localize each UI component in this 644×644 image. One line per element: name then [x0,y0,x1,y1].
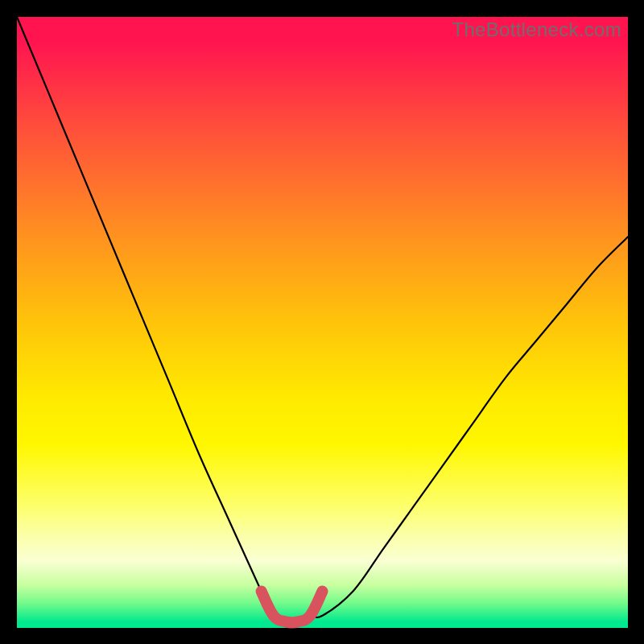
valley-highlight-path [262,592,323,623]
chart-frame: TheBottleneck.com [0,0,644,644]
chart-svg [17,17,628,628]
black-curve-path [17,17,628,622]
chart-plot-area: TheBottleneck.com [17,17,628,628]
